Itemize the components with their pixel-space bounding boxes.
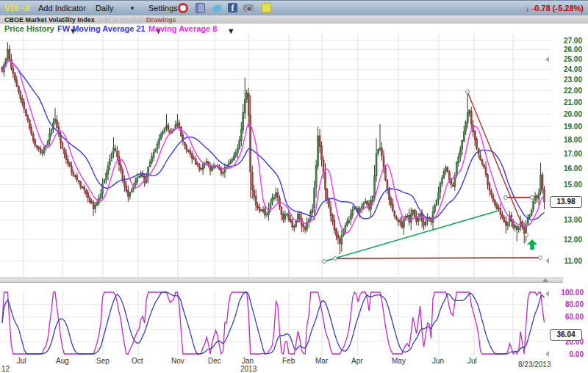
price-axis-label: 16.00 [550, 164, 582, 173]
price-axis-label: 20.00 [550, 110, 582, 118]
stoch-rsi-line [2, 292, 545, 354]
axis-marker-icon [545, 57, 549, 62]
divider-handle-icon[interactable] [542, 278, 548, 282]
add-to-portfolio-link[interactable]: Add to Portfolio [98, 16, 148, 23]
top-toolbar: VIX--X Add Indicator Daily ▼ Settings f … [0, 0, 588, 15]
change-value: -0.78 (-5.28%) [532, 4, 584, 12]
month-label: Dec [208, 357, 221, 365]
price-axis-label: 12.00 [550, 236, 582, 244]
price-axis-label: 13.00 [550, 216, 582, 224]
facebook-icon[interactable]: f [228, 3, 237, 12]
month-label: Jul [467, 357, 477, 365]
last-price-box: 13.98 [550, 196, 582, 208]
series-item-0[interactable]: Price History [4, 24, 54, 33]
date-axis: JulAugSepOctNovDecJanFebMarAprMayJunJul1… [0, 352, 588, 373]
month-label: Aug [56, 357, 69, 365]
price-axis-label: 21.00 [550, 98, 582, 106]
drawing-tools [323, 90, 542, 264]
last-date-label: 8/23/2013 [518, 361, 551, 369]
month-label: Feb [282, 357, 295, 365]
stoch-axis-label: 100.00 [550, 289, 584, 297]
camera-icon[interactable] [243, 4, 254, 12]
month-label: Jan [242, 357, 254, 365]
price-axis-label: 19.00 [550, 123, 582, 131]
symbol-label[interactable]: VIX--X [4, 3, 30, 13]
month-label: May [392, 357, 406, 365]
down-arrow-icon: ↓ [526, 4, 530, 12]
price-axis-label: 22.00 [550, 87, 582, 95]
month-label: Apr [351, 357, 363, 365]
stoch-axis-label: 80.00 [550, 300, 584, 308]
green-up-arrow [527, 239, 537, 250]
ma-line-0 [2, 61, 545, 220]
timeframe-dropdown-arrow-icon[interactable]: ▼ [129, 5, 135, 12]
price-axis-label: 23.00 [550, 76, 582, 84]
axis-marker-icon [545, 258, 549, 264]
alarm-clock-icon[interactable] [178, 3, 188, 13]
year-label: 12 [1, 365, 10, 373]
series-item-1[interactable]: FW Moving Average 21 [57, 24, 146, 33]
year-label: 2013 [240, 365, 257, 373]
price-axis-label: 24.00 [550, 65, 582, 73]
subheader-bar: CBOE Market Volatility Index Add to Port… [0, 15, 588, 23]
twitter-icon[interactable] [211, 3, 221, 13]
price-axis-label: 11.00 [550, 257, 582, 265]
timeframe-select[interactable]: Daily [96, 4, 113, 12]
candles [1, 43, 545, 255]
month-label: Oct [132, 357, 143, 365]
series-item-2[interactable]: Moving Average 8 [148, 24, 217, 33]
price-chart[interactable] [0, 34, 550, 278]
stochastics-chart[interactable] [0, 291, 550, 355]
price-gridlines [0, 34, 550, 278]
stoch-axis-label: 60.00 [550, 313, 584, 321]
price-axis-label: 25.00 [550, 55, 582, 63]
month-label: Sep [96, 357, 110, 365]
book-icon[interactable] [196, 3, 205, 13]
month-label: Jul [17, 357, 26, 365]
price-axis-label: 15.00 [550, 181, 582, 189]
price-axis-label: 17.00 [550, 150, 582, 158]
price-change-badge: ↓ -0.78 (-5.28%) [526, 4, 584, 12]
month-label: Nov [171, 357, 184, 365]
month-label: Mar [315, 357, 328, 365]
price-axis-label: 18.00 [550, 136, 582, 144]
price-axis-label: 27.00 [550, 37, 582, 45]
sticky-note-icon[interactable] [262, 3, 272, 13]
index-name-label: CBOE Market Volatility Index [4, 16, 95, 23]
axis-marker-icon [545, 291, 549, 297]
series-selector-bar: Price History▼FW Moving Average 21▼Movin… [0, 23, 588, 34]
stoch-last-value-box: 36.04 [550, 329, 582, 341]
month-label: Jun [432, 357, 444, 365]
price-axis-label: 26.00 [550, 46, 582, 54]
add-indicator-button[interactable]: Add Indicator [38, 4, 86, 12]
panel-divider[interactable] [0, 278, 563, 283]
stoch-ma-line [2, 292, 545, 354]
charting-app-window: VIX--X Add Indicator Daily ▼ Settings f … [0, 0, 588, 373]
drawings-link[interactable]: Drawings [146, 16, 176, 23]
settings-button[interactable]: Settings [148, 4, 178, 12]
